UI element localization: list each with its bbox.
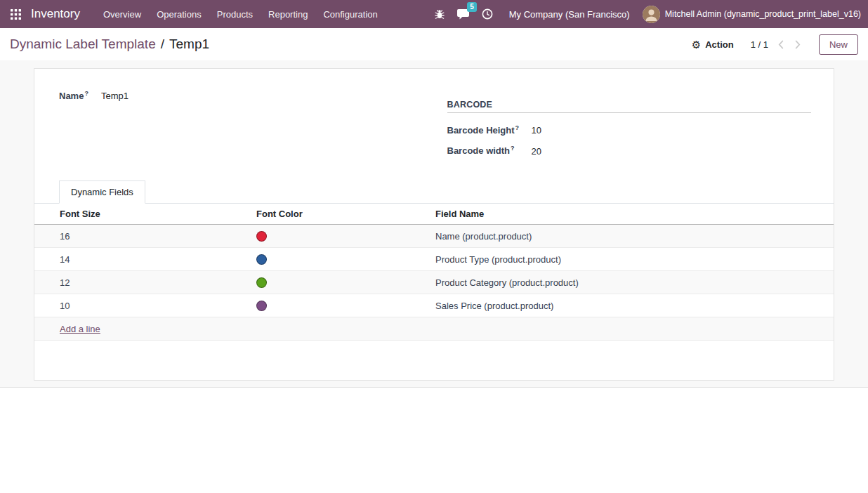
control-panel-actions: ⚙ Action 1 / 1 New bbox=[692, 34, 858, 55]
add-line-row: Add a line bbox=[34, 317, 834, 341]
content-area: Name? Temp1 BARCODE Barcode Height? 10 B… bbox=[0, 60, 868, 388]
color-swatch[interactable] bbox=[256, 254, 267, 265]
color-swatch[interactable] bbox=[256, 277, 267, 288]
clock-icon bbox=[482, 8, 493, 20]
chevron-left-icon bbox=[778, 40, 784, 49]
debug-button[interactable] bbox=[428, 0, 452, 28]
name-value[interactable]: Temp1 bbox=[101, 91, 129, 101]
notebook-tabs: Dynamic Fields bbox=[34, 180, 834, 204]
help-marker: ? bbox=[515, 124, 520, 131]
form-right-column: BARCODE Barcode Height? 10 Barcode width… bbox=[435, 88, 812, 166]
font-color-cell[interactable] bbox=[256, 248, 435, 271]
column-header-field-name[interactable]: Field Name bbox=[435, 204, 834, 225]
pager: 1 / 1 bbox=[751, 39, 802, 51]
form-left-column: Name? Temp1 bbox=[59, 88, 435, 166]
barcode-height-label: Barcode Height? bbox=[447, 124, 532, 136]
breadcrumb-current: Temp1 bbox=[169, 37, 209, 51]
field-name-cell[interactable]: Sales Price (product.product) bbox=[435, 294, 834, 317]
apps-menu-button[interactable] bbox=[0, 0, 31, 28]
color-swatch[interactable] bbox=[256, 301, 267, 311]
pager-value[interactable]: 1 / 1 bbox=[751, 39, 768, 50]
pager-next-button[interactable] bbox=[794, 39, 802, 51]
avatar bbox=[643, 6, 660, 23]
company-switcher[interactable]: My Company (San Francisco) bbox=[499, 9, 640, 20]
color-swatch[interactable] bbox=[256, 231, 267, 242]
tab-dynamic-fields[interactable]: Dynamic Fields bbox=[59, 180, 145, 204]
barcode-height-value[interactable]: 10 bbox=[532, 125, 541, 136]
user-photo-icon bbox=[643, 6, 660, 23]
table-row[interactable]: 16 Name (product.product) bbox=[34, 225, 834, 248]
add-line-cell: Add a line bbox=[34, 317, 834, 341]
nav-item-reporting[interactable]: Reporting bbox=[261, 0, 315, 28]
table-header-row: Font Size Font Color Field Name bbox=[34, 204, 834, 225]
app-name[interactable]: Inventory bbox=[31, 7, 80, 21]
barcode-width-label: Barcode width? bbox=[447, 145, 532, 156]
user-name: Mitchell Admin (dynamic_product_print_la… bbox=[665, 9, 861, 19]
barcode-height-row: Barcode Height? 10 bbox=[447, 124, 812, 136]
notebook: Dynamic Fields Font Size Font Color Fiel… bbox=[34, 180, 834, 341]
form-sheet: Name? Temp1 BARCODE Barcode Height? 10 B… bbox=[34, 68, 834, 381]
nav-item-configuration[interactable]: Configuration bbox=[315, 0, 385, 28]
font-size-cell[interactable]: 16 bbox=[34, 225, 256, 248]
barcode-width-row: Barcode width? 20 bbox=[447, 145, 812, 156]
font-color-cell[interactable] bbox=[256, 271, 435, 294]
barcode-section-title: BARCODE bbox=[447, 100, 812, 113]
gear-icon: ⚙ bbox=[692, 39, 701, 50]
help-marker: ? bbox=[84, 90, 88, 97]
table-row[interactable]: 14 Product Type (product.product) bbox=[34, 248, 834, 271]
pager-buttons bbox=[777, 39, 802, 51]
column-header-font-size[interactable]: Font Size bbox=[34, 204, 256, 225]
form-top: Name? Temp1 BARCODE Barcode Height? 10 B… bbox=[59, 88, 811, 166]
apps-grid-icon bbox=[11, 9, 21, 20]
add-line-link[interactable]: Add a line bbox=[60, 324, 100, 334]
table-row[interactable]: 10 Sales Price (product.product) bbox=[34, 294, 834, 317]
nav-item-overview[interactable]: Overview bbox=[96, 0, 149, 28]
user-menu[interactable]: Mitchell Admin (dynamic_product_print_la… bbox=[640, 6, 864, 23]
pager-previous-button[interactable] bbox=[777, 39, 785, 51]
column-header-font-color[interactable]: Font Color bbox=[256, 204, 435, 225]
dynamic-fields-table: Font Size Font Color Field Name 16 Name … bbox=[34, 204, 834, 341]
name-field-row: Name? Temp1 bbox=[59, 90, 435, 101]
breadcrumb-parent-link[interactable]: Dynamic Label Template bbox=[10, 37, 156, 51]
font-color-cell[interactable] bbox=[256, 294, 435, 317]
help-marker: ? bbox=[511, 145, 515, 152]
field-name-cell[interactable]: Product Type (product.product) bbox=[435, 248, 834, 271]
barcode-width-value[interactable]: 20 bbox=[532, 146, 541, 157]
nav-item-operations[interactable]: Operations bbox=[149, 0, 209, 28]
activities-button[interactable] bbox=[475, 0, 499, 28]
field-name-cell[interactable]: Name (product.product) bbox=[435, 225, 834, 248]
main-menu: Overview Operations Products Reporting C… bbox=[96, 0, 386, 28]
nav-item-products[interactable]: Products bbox=[209, 0, 261, 28]
systray: 5 My Company (San Francisco) Mitchell Ad… bbox=[428, 0, 864, 28]
new-button[interactable]: New bbox=[819, 34, 858, 55]
action-label: Action bbox=[705, 39, 733, 50]
name-label: Name? bbox=[59, 90, 101, 101]
breadcrumb: Dynamic Label Template/Temp1 bbox=[10, 37, 209, 52]
control-panel: Dynamic Label Template/Temp1 ⚙ Action 1 … bbox=[0, 28, 868, 60]
font-size-cell[interactable]: 10 bbox=[34, 294, 256, 317]
breadcrumb-separator: / bbox=[161, 37, 164, 51]
font-size-cell[interactable]: 14 bbox=[34, 248, 256, 271]
font-size-cell[interactable]: 12 bbox=[34, 271, 256, 294]
messages-button[interactable]: 5 bbox=[452, 0, 475, 28]
top-navbar: Inventory Overview Operations Products R… bbox=[0, 0, 868, 28]
action-menu-button[interactable]: ⚙ Action bbox=[692, 39, 734, 50]
table-row[interactable]: 12 Product Category (product.product) bbox=[34, 271, 834, 294]
font-color-cell[interactable] bbox=[256, 225, 435, 248]
field-name-cell[interactable]: Product Category (product.product) bbox=[435, 271, 834, 294]
bug-icon bbox=[435, 8, 445, 20]
chevron-right-icon bbox=[795, 40, 801, 49]
